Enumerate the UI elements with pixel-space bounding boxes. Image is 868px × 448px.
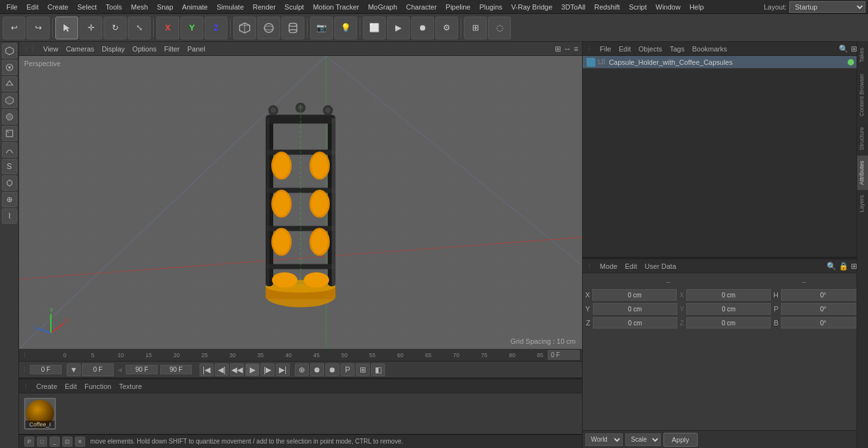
- render-settings-button[interactable]: ⚙: [435, 17, 458, 39]
- step-down-button[interactable]: ▼: [67, 363, 81, 376]
- attr-search-icon[interactable]: 🔍: [827, 262, 836, 271]
- tab-takes[interactable]: Takes: [857, 42, 868, 68]
- boolean-tool-button[interactable]: ⊕: [2, 192, 17, 207]
- coord-system-dropdown[interactable]: World Object: [585, 433, 623, 446]
- render-region-button[interactable]: ⬜: [363, 17, 386, 39]
- attr-userdata-menu[interactable]: User Data: [645, 262, 677, 270]
- objects-bookmarks-menu[interactable]: Bookmarks: [692, 45, 727, 53]
- move-tool-button[interactable]: ✛: [79, 17, 102, 39]
- light-button[interactable]: 💡: [334, 17, 357, 39]
- menu-pipeline[interactable]: Pipeline: [442, 2, 474, 12]
- coffee-material-thumb[interactable]: Coffee_I: [24, 398, 56, 430]
- material-texture-menu[interactable]: Texture: [119, 383, 142, 390]
- status-console-icon[interactable]: □: [37, 437, 47, 447]
- tab-layers[interactable]: Layers: [857, 190, 868, 217]
- undo-button[interactable]: ↩: [3, 17, 25, 39]
- step-forward-button[interactable]: |▶: [261, 363, 275, 376]
- layout-dropdown[interactable]: Startup: [789, 1, 865, 13]
- menu-script[interactable]: Script: [625, 2, 651, 12]
- material-create-menu[interactable]: Create: [36, 383, 57, 390]
- play-button[interactable]: ▶: [245, 363, 259, 376]
- play-reverse-button[interactable]: ◀◀: [230, 363, 244, 376]
- render-frame-button[interactable]: ◧: [371, 363, 385, 376]
- model-mode-button[interactable]: [2, 43, 17, 58]
- attr-edit-menu[interactable]: Edit: [625, 262, 637, 270]
- object-visibility-dot[interactable]: [848, 59, 854, 65]
- select-tool-button[interactable]: [55, 17, 78, 39]
- end-frame-input[interactable]: [126, 365, 158, 374]
- max-frame-input[interactable]: [160, 365, 192, 374]
- tab-structure[interactable]: Structure: [857, 121, 868, 156]
- tab-attributes[interactable]: Attributes: [857, 155, 868, 190]
- coord-scale-dropdown[interactable]: Scale: [625, 433, 661, 446]
- status-maximize-icon[interactable]: ⊡: [62, 437, 72, 447]
- menu-render[interactable]: Render: [249, 2, 280, 12]
- sky-button[interactable]: ◌: [488, 17, 511, 39]
- x-pos-field[interactable]: [592, 289, 677, 301]
- menu-snap[interactable]: Snap: [153, 2, 177, 12]
- motion-clip-button[interactable]: P: [341, 363, 355, 376]
- viewport-menu-display[interactable]: Display: [102, 45, 125, 53]
- menu-character[interactable]: Character: [402, 2, 440, 12]
- z-pos-field[interactable]: [593, 317, 677, 329]
- render-to-picture-button[interactable]: ⏺: [411, 17, 434, 39]
- viewport-canvas[interactable]: Perspective: [19, 56, 582, 349]
- viewport-lock-icon[interactable]: ⊞: [555, 44, 561, 53]
- menu-redshift[interactable]: Redshift: [590, 2, 623, 12]
- menu-file[interactable]: File: [3, 2, 22, 12]
- status-close-icon[interactable]: ✕: [75, 437, 85, 447]
- menu-plugins[interactable]: Plugins: [475, 2, 506, 12]
- viewport-menu-panel[interactable]: Panel: [187, 45, 205, 53]
- snap-tool-button[interactable]: [2, 175, 17, 191]
- menu-mograph[interactable]: MoGraph: [364, 2, 401, 12]
- z-axis-button[interactable]: Z: [205, 17, 227, 39]
- viewport-settings-icon[interactable]: ≡: [574, 44, 578, 53]
- menu-animate[interactable]: Animate: [179, 2, 212, 12]
- current-frame-input[interactable]: [30, 365, 62, 374]
- cylinder-primitive-button[interactable]: [281, 17, 304, 39]
- auto-keyframe-button[interactable]: ⏺: [310, 363, 324, 376]
- menu-motion-tracker[interactable]: Motion Tracker: [309, 2, 363, 12]
- timeline-options-button[interactable]: ⊞: [356, 363, 370, 376]
- menu-edit[interactable]: Edit: [23, 2, 43, 12]
- texture-mode-button[interactable]: [2, 60, 17, 75]
- menu-help[interactable]: Help: [686, 2, 708, 12]
- start-frame-input[interactable]: [82, 363, 114, 376]
- spline-tool-button[interactable]: [2, 142, 17, 158]
- status-minimize-icon[interactable]: _: [50, 437, 60, 447]
- objects-tags-menu[interactable]: Tags: [670, 45, 684, 53]
- deformer-button[interactable]: ⌇: [2, 208, 17, 224]
- record-button[interactable]: ⏺: [325, 363, 339, 376]
- polygon-mode-button[interactable]: [2, 76, 17, 92]
- point-mode-button[interactable]: [2, 109, 17, 125]
- menu-3dtoall[interactable]: 3DToAll: [557, 2, 589, 12]
- rotate-tool-button[interactable]: ↻: [104, 17, 126, 39]
- viewport-menu-view[interactable]: View: [43, 45, 58, 53]
- menu-sculpt[interactable]: Sculpt: [281, 2, 308, 12]
- z-rot-field[interactable]: [686, 317, 771, 329]
- edge-mode-button[interactable]: [2, 93, 17, 108]
- objects-edit-menu[interactable]: Edit: [619, 45, 631, 53]
- h-field[interactable]: [781, 289, 865, 301]
- menu-mesh[interactable]: Mesh: [127, 2, 152, 12]
- material-function-menu[interactable]: Function: [85, 383, 111, 390]
- go-to-end-button[interactable]: ▶|: [276, 363, 290, 376]
- x-axis-button[interactable]: X: [156, 17, 179, 39]
- objects-file-menu[interactable]: File: [600, 45, 611, 53]
- timeline-end-frame-input[interactable]: [548, 350, 580, 360]
- material-edit-menu[interactable]: Edit: [65, 383, 77, 390]
- menu-select[interactable]: Select: [74, 2, 101, 12]
- camera-button[interactable]: 📷: [310, 17, 333, 39]
- y-rot-field[interactable]: [686, 303, 771, 315]
- object-row-capsule-holder[interactable]: L0 Capsule_Holder_with_Coffee_Capsules: [583, 56, 868, 69]
- step-back-button[interactable]: ◀|: [215, 363, 229, 376]
- status-python-icon[interactable]: P: [24, 437, 34, 447]
- menu-simulate[interactable]: Simulate: [213, 2, 248, 12]
- x-rot-field[interactable]: [686, 289, 771, 301]
- viewport-menu-options[interactable]: Options: [132, 45, 156, 53]
- menu-vray[interactable]: V-Ray Bridge: [508, 2, 557, 12]
- attr-mode-menu[interactable]: Mode: [600, 262, 618, 270]
- render-view-button[interactable]: ▶: [387, 17, 410, 39]
- menu-window[interactable]: Window: [652, 2, 684, 12]
- sculpt-tool-button[interactable]: S: [2, 159, 17, 174]
